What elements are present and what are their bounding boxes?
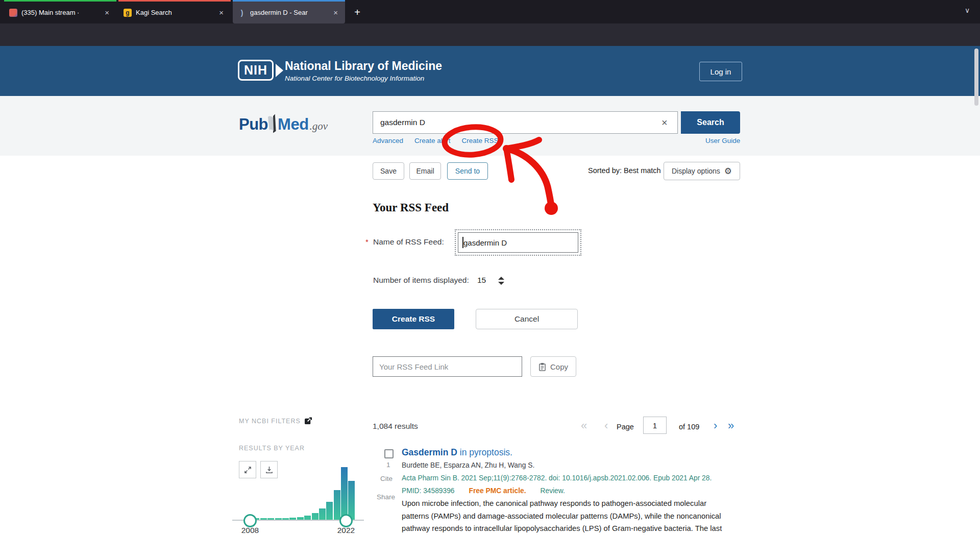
year-bar xyxy=(319,508,326,520)
list-all-tabs-chevron-icon[interactable]: ∨ xyxy=(965,6,970,14)
result-citation: Acta Pharm Sin B. 2021 Sep;11(9):2768-27… xyxy=(402,474,712,482)
cite-link[interactable]: Cite xyxy=(380,475,393,482)
next-page-icon[interactable]: › xyxy=(714,419,717,432)
result-pmid: PMID: 34589396 xyxy=(402,487,455,495)
year-bar xyxy=(341,467,348,520)
external-link-icon xyxy=(305,417,312,425)
year-end-label: 2022 xyxy=(331,526,361,535)
rss-feed-heading: Your RSS Feed xyxy=(373,201,449,214)
nih-logo-text: NIH xyxy=(238,60,274,81)
pubmed-logo-pub: Pub xyxy=(239,114,268,135)
copy-button[interactable]: Copy xyxy=(530,356,576,377)
search-input[interactable] xyxy=(373,111,678,134)
tab-bar: (335) Main stream · × g Kagi Search × ) … xyxy=(0,0,980,24)
sorted-by-label: Sorted by: Best match xyxy=(588,166,661,175)
clipboard-icon xyxy=(538,362,546,371)
last-page-icon[interactable]: » xyxy=(728,419,734,432)
container-stripe-red xyxy=(118,0,231,2)
result-title-rest: in pyroptosis. xyxy=(457,447,512,457)
nih-logo[interactable]: NIH xyxy=(238,60,283,81)
create-rss-link[interactable]: Create RSS xyxy=(462,137,499,144)
rss-feed-link-input[interactable] xyxy=(373,356,522,377)
share-link[interactable]: Share xyxy=(377,493,395,501)
tab-title: (335) Main stream · xyxy=(21,9,100,16)
rss-name-input[interactable] xyxy=(458,232,578,253)
container-stripe-blue xyxy=(233,0,345,2)
pubmed-page: NIH National Library of Medicine Nationa… xyxy=(0,46,980,535)
clear-search-icon[interactable]: × xyxy=(662,117,668,129)
email-button[interactable]: Email xyxy=(409,162,441,180)
result-snippet: Upon microbe infection, the canonical pa… xyxy=(402,497,734,535)
year-bar xyxy=(304,516,311,520)
result-authors: Burdette BE, Esparza AN, Zhu H, Wang S. xyxy=(402,461,534,469)
page-total-label: of 109 xyxy=(679,423,699,431)
ncbi-subtitle: National Center for Biotechnology Inform… xyxy=(285,75,424,82)
tab-main-stream[interactable]: (335) Main stream · × xyxy=(4,0,116,23)
first-page-icon: « xyxy=(581,419,587,432)
my-ncbi-filters-label[interactable]: MY NCBI FILTERS xyxy=(239,417,312,425)
new-tab-button[interactable]: + xyxy=(350,5,364,19)
page-number-input[interactable] xyxy=(643,417,667,434)
nih-logo-arrow xyxy=(276,64,283,77)
result-title-term: Gasdermin D xyxy=(402,447,457,457)
prev-page-icon: ‹ xyxy=(604,419,608,432)
search-button[interactable]: Search xyxy=(681,111,740,134)
pubmed-logo-med: Med xyxy=(278,114,309,135)
advanced-link[interactable]: Advanced xyxy=(373,137,403,144)
items-displayed-label: Number of items displayed: xyxy=(373,276,469,285)
login-button[interactable]: Log in xyxy=(699,62,742,81)
gear-icon: ⚙ xyxy=(724,166,732,177)
page-scrollbar-thumb[interactable] xyxy=(974,48,978,106)
year-start-label: 2008 xyxy=(235,526,265,535)
close-tab-icon[interactable]: × xyxy=(331,8,340,17)
rss-name-label: Name of RSS Feed: xyxy=(373,237,444,247)
create-alert-link[interactable]: Create alert xyxy=(414,137,451,144)
cancel-button[interactable]: Cancel xyxy=(476,309,578,329)
container-stripe-green xyxy=(4,0,116,2)
nlm-title: National Library of Medicine xyxy=(285,59,442,73)
search-links: Advanced Create alert Create RSS xyxy=(373,137,499,144)
result-number: 1 xyxy=(386,461,390,469)
pubmed-favicon-icon: ) xyxy=(238,9,246,17)
text-caret xyxy=(462,237,463,248)
tab-kagi-search[interactable]: g Kagi Search × xyxy=(118,0,231,23)
navigation-toolbar: ← → ↻ ⌂ ⇄ https://pubmed.ncbi.nlm.nih.go… xyxy=(0,23,980,46)
tab-pubmed-active[interactable]: ) gasdermin D - Sear × xyxy=(233,0,345,23)
results-by-year-label: RESULTS BY YEAR xyxy=(239,445,305,452)
pubmed-logo-gov: .gov xyxy=(310,117,328,135)
display-options-label: Display options xyxy=(672,167,720,175)
result-meta: PMID: 34589396 Free PMC article. Review. xyxy=(402,487,565,495)
nih-header: NIH National Library of Medicine Nationa… xyxy=(0,46,980,96)
tab-title: Kagi Search xyxy=(136,9,214,16)
results-by-year-chart xyxy=(246,467,356,520)
results-count: 1,084 results xyxy=(373,422,418,431)
send-to-button[interactable]: Send to xyxy=(447,162,488,180)
pubmed-logo[interactable]: Pub Med .gov xyxy=(239,111,328,135)
result-checkbox[interactable] xyxy=(384,449,394,458)
stream-favicon-icon xyxy=(9,9,17,17)
free-pmc-badge: Free PMC article. xyxy=(469,487,526,495)
year-bar xyxy=(312,513,318,520)
user-guide-link[interactable]: User Guide xyxy=(705,137,740,144)
items-displayed-value: 15 xyxy=(477,276,486,285)
stepper-icon[interactable] xyxy=(498,277,505,285)
kagi-favicon-icon: g xyxy=(124,9,132,17)
year-bar xyxy=(348,481,355,520)
required-asterisk: * xyxy=(365,237,369,246)
copy-label: Copy xyxy=(550,362,568,371)
close-tab-icon[interactable]: × xyxy=(103,8,111,17)
save-button[interactable]: Save xyxy=(373,162,404,180)
browser-window: (335) Main stream · × g Kagi Search × ) … xyxy=(0,0,980,535)
create-rss-button[interactable]: Create RSS xyxy=(373,309,454,329)
page-label: Page xyxy=(617,423,634,431)
result-title-link[interactable]: Gasdermin D in pyroptosis. xyxy=(402,447,512,458)
review-badge: Review. xyxy=(541,487,565,495)
year-bar xyxy=(334,490,340,520)
tab-title: gasdermin D - Sear xyxy=(250,9,328,16)
close-tab-icon[interactable]: × xyxy=(217,8,226,17)
year-bar xyxy=(326,502,333,520)
display-options-button[interactable]: Display options ⚙ xyxy=(664,162,740,180)
